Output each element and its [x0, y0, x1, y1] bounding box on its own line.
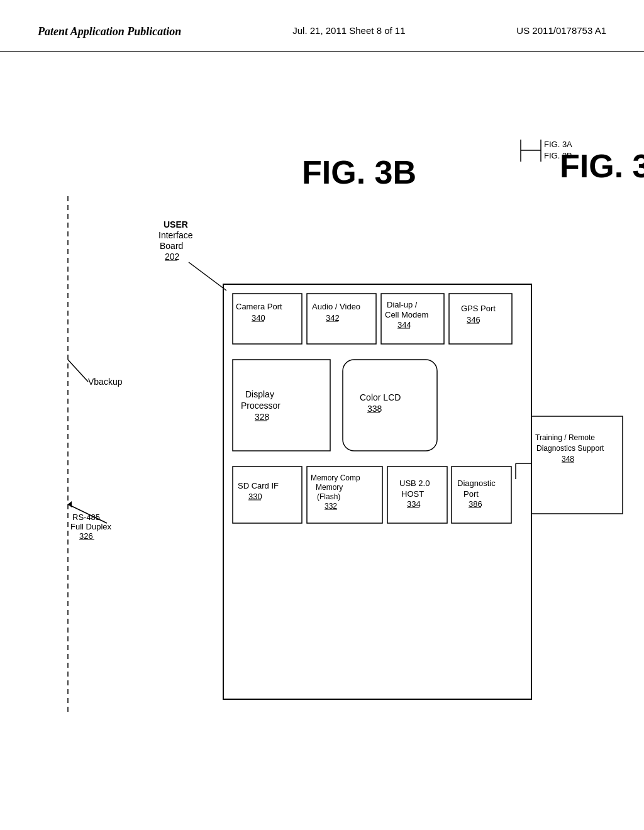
camera-port-text1: Camera Port [236, 302, 282, 311]
usb-text2: HOST [401, 489, 424, 499]
sheet-info: Jul. 21, 2011 Sheet 8 of 11 [292, 25, 405, 36]
dialup-text2: Cell Modem [385, 310, 428, 319]
display-proc-text1: Display [245, 389, 274, 399]
uib-label2: Interface [158, 230, 193, 240]
patent-number: US 2011/0178753 A1 [516, 25, 606, 36]
training-text2: Diagnostics Support [536, 444, 604, 453]
audio-video-box [307, 294, 376, 344]
gps-port-box [449, 294, 512, 344]
memory-text3: (Flash) [317, 492, 340, 501]
diag-text1: Diagnostic [457, 479, 496, 488]
page-header: Patent Application Publication Jul. 21, … [0, 0, 644, 52]
dialup-text1: Dial-up / [387, 300, 418, 309]
memory-text2: Memory [316, 483, 343, 492]
color-lcd-text1: Color LCD [360, 392, 401, 402]
page: Patent Application Publication Jul. 21, … [0, 0, 644, 830]
rs485-label: RS-485 [72, 512, 100, 522]
vbackup-label: Vbackup [88, 377, 123, 387]
sd-card-text1: SD Card IF [238, 481, 279, 490]
svg-line-8 [189, 262, 226, 290]
sd-card-box [233, 467, 302, 523]
color-lcd-box [343, 360, 437, 451]
fig3-label: FIG. 3 [560, 148, 644, 184]
uib-label1: USER [164, 219, 188, 230]
diag-text2: Port [464, 489, 479, 499]
display-proc-text2: Processor [241, 401, 280, 411]
rs485-arrow [68, 501, 72, 507]
publication-title: Patent Application Publication [38, 25, 181, 38]
fig3b-label: FIG. 3B [302, 154, 416, 191]
training-text1: Training / Remote [535, 433, 595, 442]
svg-line-4 [68, 360, 88, 382]
fig3b-tag: FIG. 3B [544, 151, 572, 160]
diagram-area: FIG. 3 FIG. 3B FIG. 3A FIG. 3B Vbackup R… [0, 52, 644, 806]
training-remote-box [531, 416, 623, 514]
memory-text1: Memory Comp [311, 473, 360, 482]
camera-port-box [233, 294, 302, 344]
gps-text1: GPS Port [461, 304, 496, 313]
audio-video-text1: Audio / Video [312, 302, 360, 311]
diagnostic-port-box [452, 467, 511, 523]
uib-label3: Board [160, 241, 183, 251]
rs485-label2: Full Duplex [70, 522, 112, 531]
main-board-box [223, 284, 531, 699]
diagram-svg: FIG. 3 FIG. 3B FIG. 3A FIG. 3B Vbackup R… [0, 52, 644, 806]
fig3a-tag: FIG. 3A [544, 140, 572, 149]
usb-text1: USB 2.0 [399, 479, 430, 488]
